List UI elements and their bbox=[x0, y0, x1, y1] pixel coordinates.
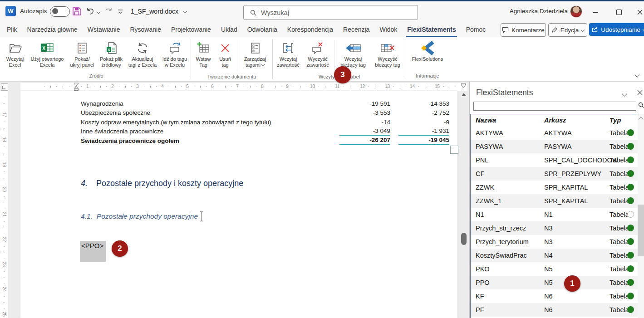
show-source-file-button[interactable]: X Pokaż plik źródłowy bbox=[97, 38, 125, 72]
flexistatements-panel: FlexiStatements Nazwa Arkusz Typ AKTYWAA… bbox=[470, 82, 644, 318]
tab-korespondencja[interactable]: Korespondencja bbox=[282, 22, 338, 37]
panel-search-input[interactable] bbox=[473, 102, 636, 111]
delete-tag-button[interactable]: Usuń tag bbox=[215, 38, 236, 73]
annotation-step-1: 1 bbox=[564, 275, 580, 292]
panel-row-KosztyŚwiadPrac[interactable]: KosztyŚwiadPracN4Tabela bbox=[471, 249, 638, 262]
panel-search-icon[interactable] bbox=[638, 102, 644, 108]
document-scrollbar-thumb[interactable] bbox=[461, 233, 467, 245]
show-hide-panel-button[interactable]: Pokaż/ ukryj panel bbox=[67, 38, 97, 72]
search-box[interactable]: Wyszukaj bbox=[243, 5, 418, 20]
editing-mode-button[interactable]: Edycja bbox=[548, 23, 587, 37]
panel-row-PNL[interactable]: PNLSPR_CAL_DOCHODOWTabela bbox=[471, 153, 638, 167]
quick-access-more-icon[interactable] bbox=[117, 7, 123, 16]
tab-rysowanie[interactable]: Rysowanie bbox=[125, 22, 166, 37]
panel-scroll-up-icon[interactable] bbox=[638, 117, 643, 122]
red-x-icon bbox=[219, 40, 231, 56]
column-header-sheet: Arkusz bbox=[544, 117, 566, 124]
tab-projektowanie[interactable]: Projektowanie bbox=[166, 22, 216, 37]
update-tags-from-excel-button[interactable]: Aktualizuj tagi z Excela bbox=[125, 38, 160, 72]
load-content-button[interactable]: Wczytaj zawartość bbox=[274, 38, 303, 73]
use-open-excel-button[interactable]: X Użyj otwartego Excela bbox=[27, 38, 67, 72]
chevron-down-icon bbox=[581, 28, 585, 32]
tab-narzędzia-główne[interactable]: Narzędzia główne bbox=[22, 22, 83, 37]
document-subheading[interactable]: 4.1. Pozostałe przychody operacyjne bbox=[81, 210, 204, 222]
undo-chevron-icon[interactable] bbox=[97, 10, 100, 14]
load-excel-button[interactable]: Wczytaj Excel bbox=[3, 38, 27, 72]
content-control-tag[interactable]: <PPO> bbox=[80, 241, 106, 262]
panel-scrollbar-thumb[interactable] bbox=[638, 205, 644, 256]
tab-selector-icon[interactable] bbox=[1, 83, 8, 91]
indent-marker-icon[interactable] bbox=[73, 83, 79, 91]
document-canvas[interactable]: Wynagrodzenia-19 591-14 353Ubezpieczenia… bbox=[8, 91, 469, 318]
panel-row-Przych_terytorium[interactable]: Przych_terytoriumN3Tabela bbox=[471, 235, 638, 249]
manage-tags-icon bbox=[249, 40, 261, 56]
manage-tags-button[interactable]: Zarządzaj tagami bbox=[239, 38, 271, 73]
panel-scrollbar[interactable] bbox=[638, 114, 644, 318]
chevron-down-icon bbox=[261, 63, 265, 66]
group-label-info: Informacje bbox=[407, 72, 448, 80]
document-page[interactable]: Wynagrodzenia-19 591-14 353Ubezpieczenia… bbox=[20, 91, 457, 318]
panel-row-CF[interactable]: CFSPR_PRZEPLYWYTabela bbox=[471, 167, 638, 181]
word-app-icon[interactable]: W bbox=[5, 6, 16, 16]
panel-row-AKTYWA[interactable]: AKTYWAAKTYWATabela bbox=[471, 126, 638, 140]
go-to-tag-in-excel-button[interactable]: Idź do tagu w Excelu bbox=[160, 38, 190, 72]
maximize-button[interactable] bbox=[611, 3, 627, 22]
autosave-toggle[interactable] bbox=[50, 6, 70, 17]
tab-odwołania[interactable]: Odwołania bbox=[242, 22, 282, 37]
panel-row-ZZWK_1[interactable]: ZZWK_1SPR_KAPITALTabela bbox=[471, 194, 638, 208]
flexisolutions-button[interactable]: FlexiSolutions bbox=[407, 38, 448, 72]
collapse-ribbon-chevron-icon[interactable] bbox=[635, 71, 639, 79]
vertical-ruler[interactable]: 171819202122232425 bbox=[0, 91, 8, 318]
scroll-up-arrow-icon[interactable] bbox=[462, 93, 466, 96]
tab-plik[interactable]: Plik bbox=[2, 22, 22, 37]
insert-tag-button[interactable]: Wstaw Tag bbox=[192, 38, 215, 73]
panel-close-icon[interactable] bbox=[636, 89, 644, 97]
close-button[interactable] bbox=[632, 3, 644, 22]
excel-file-icon: X bbox=[105, 40, 118, 56]
undo-icon[interactable] bbox=[85, 7, 95, 16]
financial-row: Ubezpieczenia społeczne-3 553-2 752 bbox=[81, 108, 449, 118]
avatar[interactable] bbox=[570, 5, 582, 18]
share-icon bbox=[591, 26, 598, 33]
group-label-document-creation: Tworzenie dokumentu bbox=[192, 73, 271, 80]
panel-row-N1[interactable]: N1N1Tabela bbox=[471, 208, 638, 221]
tab-flexistatements[interactable]: FlexiStatements bbox=[402, 22, 461, 37]
tab-układ[interactable]: Układ bbox=[216, 22, 242, 37]
document-heading[interactable]: 4. Pozostałe przychody i koszty operacyj… bbox=[81, 179, 243, 188]
clear-current-tag-button[interactable]: Wyczyść bieżący tag bbox=[370, 38, 405, 73]
save-icon[interactable] bbox=[72, 7, 82, 16]
panel-row-ZZWK[interactable]: ZZWKSPR_KAPITALTabela bbox=[471, 181, 638, 194]
panel-row-PKO[interactable]: PKON5Tabela bbox=[471, 262, 638, 276]
search-placeholder: Wyszukaj bbox=[261, 9, 289, 16]
pencil-icon bbox=[551, 27, 558, 33]
panel-splitter[interactable] bbox=[469, 82, 470, 318]
tags-table-header: Nazwa Arkusz Typ bbox=[471, 114, 638, 126]
tab-wstawianie[interactable]: Wstawianie bbox=[83, 22, 125, 37]
heading-number: 4. bbox=[81, 179, 96, 188]
table-resize-handle[interactable] bbox=[450, 146, 458, 154]
refresh-icon bbox=[136, 40, 149, 56]
clear-content-button[interactable]: Wyczyść zawartość bbox=[303, 38, 333, 73]
ribbon-group-info: FlexiSolutions Informacje bbox=[407, 38, 448, 80]
title-bar: W Autozapis 1_SF_word.docx Wyszukaj Agni… bbox=[0, 1, 644, 22]
panel-row-KF[interactable]: KFN6Tabela bbox=[471, 289, 638, 303]
panel-row-Przych_str_rzecz[interactable]: Przych_str_rzeczN3Tabela bbox=[471, 221, 638, 235]
right-indent-marker-icon[interactable] bbox=[460, 83, 467, 88]
go-to-tag-icon bbox=[168, 40, 182, 56]
panel-row-PPO[interactable]: PPON5Tabela bbox=[471, 276, 638, 289]
financial-row: Wynagrodzenia-19 591-14 353 bbox=[81, 99, 449, 108]
comments-button[interactable]: Komentarze bbox=[501, 23, 546, 37]
tab-pomoc[interactable]: Pomoc bbox=[461, 22, 491, 37]
minimize-button[interactable] bbox=[588, 3, 603, 22]
tab-recenzja[interactable]: Recenzja bbox=[338, 22, 374, 37]
doc-title-chevron-icon bbox=[183, 10, 187, 13]
redo-icon[interactable] bbox=[103, 7, 113, 16]
share-button[interactable]: Udostępnianie bbox=[589, 23, 644, 36]
chevron-down-icon bbox=[642, 28, 644, 31]
panel-chevron-down-icon[interactable] bbox=[623, 90, 626, 98]
document-title[interactable]: 1_SF_word.docx bbox=[131, 8, 187, 15]
panel-row-PF[interactable]: PFN6Tabela bbox=[471, 303, 638, 317]
sub-separator bbox=[334, 40, 334, 72]
tab-widok[interactable]: Widok bbox=[374, 22, 402, 37]
panel-row-PASYWA[interactable]: PASYWAPASYWATabela bbox=[471, 140, 638, 153]
